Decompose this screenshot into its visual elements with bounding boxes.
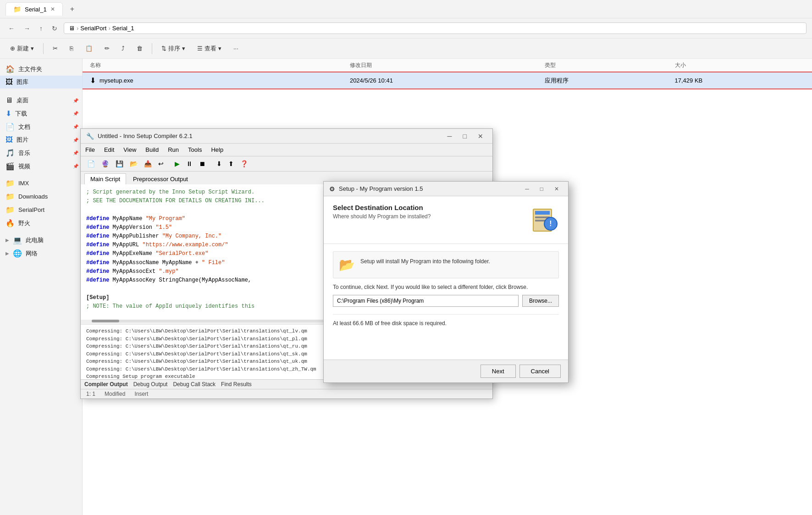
tb-new[interactable]: 📄 (84, 158, 98, 169)
status-tab-debug[interactable]: Debug Output (133, 381, 168, 388)
plus-icon: ⊕ (10, 45, 15, 52)
file-type: 应用程序 (545, 77, 674, 85)
exe-file-icon: ⬇ (90, 76, 96, 85)
setup-maximize-btn[interactable]: □ (536, 185, 547, 193)
file-size: 17,429 KB (675, 77, 805, 84)
tab-main-script[interactable]: Main Script (84, 173, 126, 184)
sidebar-item-docs[interactable]: 📄 文档 📌 (0, 120, 82, 133)
pictures-icon: 🖼 (6, 136, 13, 144)
tb-save[interactable]: 💾 (113, 158, 126, 169)
paste-btn[interactable]: 📋 (81, 42, 97, 55)
menu-view[interactable]: View (119, 144, 141, 155)
setup-header: Select Destination Location Where should… (324, 196, 568, 244)
setup-heading: Select Destination Location (333, 204, 431, 211)
tab-preprocessor[interactable]: Preprocessor Output (127, 173, 194, 184)
folder-icon: 📁 (13, 6, 21, 13)
col-size[interactable]: 大小 (675, 61, 805, 69)
setup-cancel-btn[interactable]: Cancel (519, 365, 561, 378)
status-tab-compiler[interactable]: Compiler Output (84, 381, 128, 388)
bc-serialport[interactable]: SerialPort (80, 25, 106, 32)
explorer-tab[interactable]: 📁 Serial_1 ✕ (6, 2, 63, 16)
sidebar-item-downloads[interactable]: ⬇ 下载 📌 (0, 107, 82, 120)
sidebar-item-imx[interactable]: 📁 IMX (0, 177, 82, 190)
refresh-btn[interactable]: ↻ (49, 23, 60, 34)
sidebar-item-desktop[interactable]: 🖥 桌面 📌 (0, 94, 82, 107)
more-btn[interactable]: ··· (229, 42, 243, 55)
sidebar-item-serialport[interactable]: 📁 SerialPort (0, 203, 82, 216)
inno-logo-icon: 🔧 (86, 133, 94, 140)
sidebar-item-dl[interactable]: 📁 Downloads (0, 190, 82, 203)
nav-bar: ← → ↑ ↻ 🖥 › SerialPort › Serial_1 (0, 18, 812, 39)
setup-next-btn[interactable]: Next (481, 365, 516, 378)
sidebar-item-home[interactable]: 🏠 主文件夹 (0, 62, 82, 76)
scrollbar-thumb (92, 320, 119, 322)
tb-pause[interactable]: ⏸ (183, 158, 195, 169)
new-btn[interactable]: ⊕ 新建 ▾ (6, 42, 39, 55)
sidebar-item-label: 此电脑 (26, 236, 44, 244)
sidebar-item-network[interactable]: ▶ 🌐 网络 (0, 247, 82, 260)
tb-stop[interactable]: ⏹ (196, 158, 208, 169)
setup-path-input[interactable] (333, 295, 519, 307)
tb-upload[interactable]: ⬆ (226, 158, 237, 169)
tb-open[interactable]: 📂 (127, 158, 140, 169)
view-btn[interactable]: ☰ 查看 ▾ (193, 42, 226, 55)
bc-serial1[interactable]: Serial_1 (112, 25, 134, 32)
sidebar-item-label: Downloads (18, 193, 48, 200)
new-tab-btn[interactable]: + (66, 3, 78, 15)
sidebar: 🏠 主文件夹 🖼 图库 🖥 桌面 📌 ⬇ 下载 📌 📄 文档 📌 (0, 59, 83, 515)
setup-browse-btn[interactable]: Browse... (522, 295, 559, 307)
sidebar-item-computer[interactable]: ▶ 💻 此电脑 (0, 233, 82, 247)
setup-footer: Next Cancel (324, 360, 568, 382)
sort-btn[interactable]: ⇅ 排序 ▾ (157, 42, 190, 55)
setup-dialog: ⚙ Setup - My Program version 1.5 ─ □ ✕ S… (323, 181, 569, 383)
tb-run[interactable]: ▶ (172, 158, 182, 169)
menu-run[interactable]: Run (163, 144, 183, 155)
docs-icon: 📄 (6, 122, 15, 131)
setup-space-text: At least 66.6 MB of free disk space is r… (333, 314, 559, 327)
menu-help[interactable]: Help (206, 144, 228, 155)
tb-save2[interactable]: 📥 (141, 158, 155, 169)
inno-close-btn[interactable]: ✕ (474, 132, 487, 141)
sidebar-item-gallery[interactable]: 🖼 图库 (0, 76, 82, 89)
col-date[interactable]: 修改日期 (350, 61, 545, 69)
forward-btn[interactable]: → (21, 23, 33, 34)
up-btn[interactable]: ↑ (37, 23, 45, 34)
breadcrumb[interactable]: 🖥 › SerialPort › Serial_1 (64, 22, 806, 34)
rename-btn[interactable]: ✏ (100, 42, 114, 55)
menu-build[interactable]: Build (141, 144, 163, 155)
sidebar-item-yehuo[interactable]: 🔥 野火 (0, 216, 82, 230)
menu-edit[interactable]: Edit (99, 144, 119, 155)
status-tab-call-stack[interactable]: Debug Call Stack (173, 381, 215, 388)
copy-btn[interactable]: ⎘ (65, 42, 78, 55)
delete-btn[interactable]: 🗑 (132, 42, 147, 55)
status-tab-find[interactable]: Find Results (221, 381, 252, 388)
pin-icon: 📌 (73, 150, 78, 155)
setup-minimize-btn[interactable]: ─ (521, 185, 533, 193)
menu-tools[interactable]: Tools (183, 144, 206, 155)
expand-icon: ▶ (6, 251, 9, 256)
table-row[interactable]: ⬇ mysetup.exe 2024/5/26 10:41 应用程序 17,42… (83, 72, 812, 89)
file-name-cell: ⬇ mysetup.exe (90, 76, 350, 85)
tb-reload[interactable]: ↩ (155, 158, 166, 169)
setup-close-btn[interactable]: ✕ (551, 185, 563, 193)
setup-info-box: 📂 Setup will install My Program into the… (333, 251, 559, 278)
sidebar-item-videos[interactable]: 🎬 视频 📌 (0, 160, 82, 173)
tb-compile[interactable]: ⬇ (214, 158, 225, 169)
share-btn[interactable]: ⤴ (117, 42, 129, 55)
sidebar-item-pictures[interactable]: 🖼 图片 📌 (0, 133, 82, 146)
sidebar-item-label: SerialPort (18, 206, 44, 213)
inno-minimize-btn[interactable]: ─ (444, 132, 456, 141)
tb-help[interactable]: ❓ (238, 158, 251, 169)
tab-close-btn[interactable]: ✕ (50, 6, 55, 12)
menu-file[interactable]: File (81, 144, 99, 155)
desktop-icon: 🖥 (6, 96, 13, 105)
tb-wizard[interactable]: 🔮 (99, 158, 112, 169)
title-bar: 📁 Serial_1 ✕ + (0, 0, 812, 18)
sidebar-item-music[interactable]: 🎵 音乐 📌 (0, 146, 82, 160)
setup-path-row: Browse... (333, 295, 559, 307)
col-name[interactable]: 名称 (90, 61, 350, 69)
back-btn[interactable]: ← (6, 23, 17, 34)
cut-btn[interactable]: ✂ (48, 42, 62, 55)
inno-maximize-btn[interactable]: □ (459, 132, 470, 141)
col-type[interactable]: 类型 (545, 61, 674, 69)
